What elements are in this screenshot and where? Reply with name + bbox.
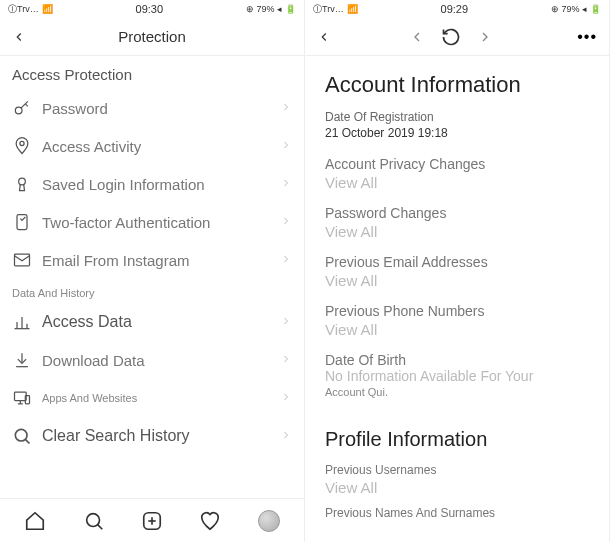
svg-point-17 — [15, 429, 27, 441]
battery-icon: 🔋 — [590, 4, 601, 14]
shield-phone-icon — [12, 212, 36, 232]
close-button[interactable] — [317, 30, 337, 44]
svg-line-20 — [97, 524, 102, 529]
content: Access Protection Password Access Activi… — [0, 56, 304, 498]
chevron-right-icon — [280, 175, 292, 193]
section-access-protection: Access Protection — [0, 56, 304, 89]
account-info-title: Account Information — [305, 56, 609, 104]
item-access-data[interactable]: Access Data — [0, 303, 304, 341]
svg-rect-6 — [15, 254, 30, 266]
item-label: Download Data — [42, 352, 280, 369]
devices-icon — [12, 388, 36, 408]
svg-rect-13 — [15, 392, 27, 400]
email-icon — [12, 250, 36, 270]
nav-home[interactable] — [15, 510, 55, 532]
item-label: Apps And Websites — [42, 392, 280, 404]
item-label: Password — [42, 100, 280, 117]
key-icon — [12, 98, 36, 118]
date-of-birth: Date Of Birth — [305, 342, 609, 368]
header: Protection — [0, 18, 304, 56]
chevron-right-icon — [280, 251, 292, 269]
view-all-phones[interactable]: View All — [305, 319, 609, 342]
info-label: Date Of Registration — [325, 110, 589, 124]
nav-activity[interactable] — [190, 510, 230, 532]
svg-line-2 — [25, 104, 28, 107]
info-value: 21 October 2019 19:18 — [325, 126, 589, 140]
location-icon — [12, 136, 36, 156]
wifi-icon: 📶 — [347, 4, 358, 14]
password-changes: Password Changes — [305, 195, 609, 221]
chevron-right-icon — [280, 213, 292, 231]
item-email-from-instagram[interactable]: Email From Instagram — [0, 241, 304, 279]
nav-back[interactable] — [409, 29, 425, 45]
header: ••• — [305, 18, 609, 56]
svg-point-4 — [19, 178, 26, 185]
view-all-password[interactable]: View All — [305, 221, 609, 244]
item-saved-login[interactable]: Saved Login Information — [0, 165, 304, 203]
item-label: Access Activity — [42, 138, 280, 155]
view-all-emails[interactable]: View All — [305, 270, 609, 293]
previous-emails: Previous Email Addresses — [305, 244, 609, 270]
account-privacy-changes: Account Privacy Changes — [305, 146, 609, 172]
battery-text: ⊕ 79% ◂ — [246, 4, 282, 14]
svg-point-3 — [20, 141, 24, 145]
previous-phones: Previous Phone Numbers — [305, 293, 609, 319]
content[interactable]: Account Information Date Of Registration… — [305, 56, 609, 542]
status-time: 09:29 — [441, 3, 469, 15]
section-data-history: Data And History — [0, 279, 304, 303]
status-time: 09:30 — [136, 3, 164, 15]
carrier: ⒾTrv… — [313, 3, 344, 16]
nav-search[interactable] — [74, 510, 114, 532]
profile-info-title: Profile Information — [305, 406, 609, 457]
right-phone: ⒾTrv… 📶 09:29 ⊕ 79% ◂ 🔋 ••• Account Info… — [305, 0, 610, 542]
svg-line-18 — [25, 439, 29, 443]
dob-noinfo1: No Information Available For Your — [305, 368, 609, 384]
chevron-right-icon — [280, 313, 292, 331]
item-clear-search-history[interactable]: Clear Search History — [0, 417, 304, 455]
avatar-icon — [258, 510, 280, 532]
chevron-right-icon — [280, 427, 292, 445]
svg-rect-5 — [17, 215, 27, 230]
item-label: Email From Instagram — [42, 252, 280, 269]
more-button[interactable]: ••• — [577, 28, 597, 46]
item-download-data[interactable]: Download Data — [0, 341, 304, 379]
item-label: Saved Login Information — [42, 176, 280, 193]
nav-profile[interactable] — [249, 510, 289, 532]
item-access-activity[interactable]: Access Activity — [0, 127, 304, 165]
battery-icon: 🔋 — [285, 4, 296, 14]
status-bar: ⒾTrv… 📶 09:29 ⊕ 79% ◂ 🔋 — [305, 0, 609, 18]
item-label: Access Data — [42, 313, 280, 331]
left-phone: ⒾTrv… 📶 09:30 ⊕ 79% ◂ 🔋 Protection Acces… — [0, 0, 305, 542]
download-icon — [12, 350, 36, 370]
view-all-usernames[interactable]: View All — [305, 477, 609, 500]
chevron-right-icon — [280, 351, 292, 369]
wifi-icon: 📶 — [42, 4, 53, 14]
item-password[interactable]: Password — [0, 89, 304, 127]
status-bar: ⒾTrv… 📶 09:30 ⊕ 79% ◂ 🔋 — [0, 0, 304, 18]
search-icon — [12, 426, 36, 446]
keyhole-icon — [12, 174, 36, 194]
previous-names-surnames: Previous Names And Surnames — [305, 500, 609, 520]
item-apps-websites[interactable]: Apps And Websites — [0, 379, 304, 417]
svg-rect-16 — [25, 396, 29, 404]
nav-add[interactable] — [132, 510, 172, 532]
chevron-right-icon — [280, 137, 292, 155]
page-title: Protection — [12, 28, 292, 45]
chart-icon — [12, 312, 36, 332]
item-two-factor[interactable]: Two-factor Authentication — [0, 203, 304, 241]
chevron-right-icon — [280, 389, 292, 407]
nav-forward[interactable] — [477, 29, 493, 45]
previous-usernames: Previous Usernames — [305, 457, 609, 477]
item-label: Clear Search History — [42, 427, 280, 445]
date-of-registration: Date Of Registration 21 October 2019 19:… — [305, 104, 609, 146]
item-label: Two-factor Authentication — [42, 214, 280, 231]
dob-noinfo2: Account Qui. — [305, 384, 609, 406]
bottom-nav — [0, 498, 304, 542]
carrier: ⒾTrv… — [8, 3, 39, 16]
chevron-right-icon — [280, 99, 292, 117]
battery-text: ⊕ 79% ◂ — [551, 4, 587, 14]
view-all-privacy[interactable]: View All — [305, 172, 609, 195]
nav-refresh[interactable] — [441, 27, 461, 47]
svg-point-19 — [86, 513, 99, 526]
